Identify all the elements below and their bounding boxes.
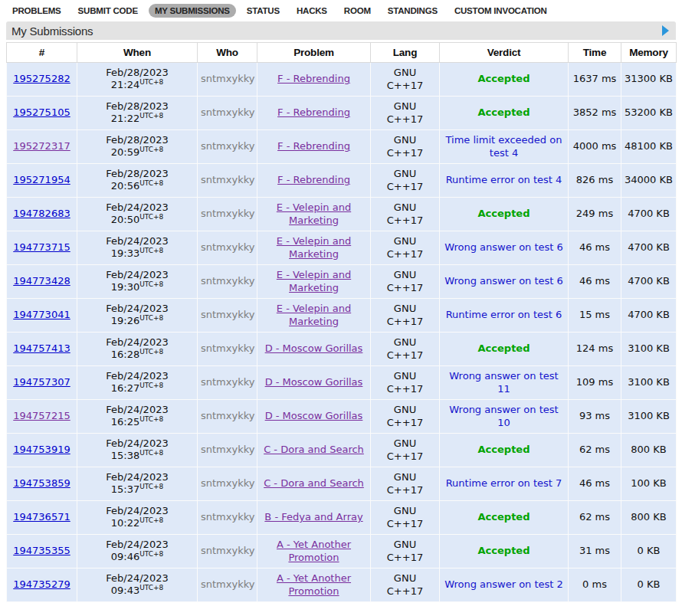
nav-item-problems[interactable]: PROBLEMS: [6, 4, 67, 18]
timezone-label: UTC+8: [139, 415, 163, 423]
problem-link[interactable]: D - Moscow Gorillas: [265, 342, 363, 354]
submission-memory-cell: 48100 KB: [621, 130, 677, 164]
submission-id-link[interactable]: 194757215: [13, 410, 70, 421]
column-header-lang: Lang: [371, 43, 440, 63]
language-label: GNU C++17: [387, 235, 423, 260]
submission-lang-cell: GNU C++17: [371, 568, 440, 602]
problem-link[interactable]: F - Rebrending: [277, 73, 350, 84]
submission-when-cell: Feb/24/2023 16:27UTC+8: [77, 366, 198, 400]
memory-used: 4700 KB: [628, 309, 670, 320]
timezone-label: UTC+8: [139, 146, 163, 153]
submission-time-cell: 15 ms: [569, 299, 621, 333]
language-label: GNU C++17: [387, 100, 423, 125]
username: sntmxykky: [201, 578, 254, 590]
problem-link[interactable]: C - Dora and Search: [264, 444, 364, 455]
verdict-rejected: Wrong answer on test 6: [444, 275, 563, 287]
submission-memory-cell: 800 KB: [621, 501, 677, 535]
problem-link[interactable]: F - Rebrending: [277, 106, 350, 118]
problem-link[interactable]: F - Rebrending: [277, 140, 350, 152]
submission-id-link[interactable]: 195272317: [13, 140, 70, 152]
problem-link[interactable]: D - Moscow Gorillas: [265, 376, 363, 388]
submission-id-link[interactable]: 195275282: [13, 73, 70, 84]
timezone-label: UTC+8: [139, 449, 163, 457]
submission-lang-cell: GNU C++17: [371, 164, 440, 198]
problem-link[interactable]: A - Yet Another Promotion: [277, 572, 351, 597]
collapse-panel-arrow-icon[interactable]: [662, 25, 669, 36]
submission-id-link[interactable]: 194773715: [13, 241, 70, 253]
submission-id-link[interactable]: 194757307: [13, 376, 70, 388]
submission-memory-cell: 34000 KB: [621, 164, 677, 198]
nav-item-hacks[interactable]: HACKS: [290, 4, 333, 18]
submission-when-cell: Feb/28/2023 21:24UTC+8: [77, 63, 198, 97]
problem-link[interactable]: E - Velepin and Marketing: [277, 202, 351, 226]
submission-memory-cell: 100 KB: [621, 467, 677, 501]
submission-id-link[interactable]: 194782683: [13, 208, 70, 219]
submission-memory-cell: 3100 KB: [621, 400, 677, 434]
submission-id-cell: 195272317: [7, 130, 77, 164]
verdict-accepted: Accepted: [478, 106, 530, 118]
submission-who-cell: sntmxykky: [198, 535, 257, 568]
verdict-rejected: Wrong answer on test 6: [444, 241, 563, 253]
problem-link[interactable]: E - Velepin and Marketing: [277, 235, 351, 260]
verdict-rejected: Wrong answer on test 10: [449, 404, 558, 428]
submission-who-cell: sntmxykky: [198, 97, 257, 130]
submission-verdict-cell: Time limit exceeded on test 4: [440, 130, 569, 164]
language-label: GNU C++17: [387, 269, 423, 293]
problem-link[interactable]: F - Rebrending: [277, 174, 350, 185]
submission-row: 194757413Feb/24/2023 16:28UTC+8sntmxykky…: [7, 333, 677, 366]
submission-verdict-cell: Accepted: [440, 434, 569, 467]
submission-row: 194782683Feb/24/2023 20:50UTC+8sntmxykky…: [7, 198, 677, 231]
nav-item-submit-code[interactable]: SUBMIT CODE: [72, 4, 144, 18]
memory-used: 4700 KB: [628, 208, 670, 219]
username: sntmxykky: [201, 106, 254, 118]
timezone-label: UTC+8: [139, 483, 163, 490]
submission-id-link[interactable]: 194753919: [13, 444, 70, 455]
submission-id-link[interactable]: 195271954: [13, 174, 70, 185]
nav-item-my-submissions[interactable]: MY SUBMISSIONS: [149, 4, 236, 18]
submission-lang-cell: GNU C++17: [371, 97, 440, 130]
nav-item-status[interactable]: STATUS: [241, 4, 286, 18]
submission-lang-cell: GNU C++17: [371, 467, 440, 501]
timezone-label: UTC+8: [139, 348, 163, 356]
submission-problem-cell: D - Moscow Gorillas: [257, 366, 371, 400]
username: sntmxykky: [201, 208, 254, 219]
username: sntmxykky: [201, 410, 254, 421]
submission-time-cell: 62 ms: [569, 501, 621, 535]
problem-link[interactable]: E - Velepin and Marketing: [277, 269, 351, 293]
memory-used: 800 KB: [631, 511, 666, 523]
problem-link[interactable]: C - Dora and Search: [264, 477, 364, 489]
submission-row: 195275105Feb/28/2023 21:22UTC+8sntmxykky…: [7, 97, 677, 130]
submission-memory-cell: 800 KB: [621, 434, 677, 467]
username: sntmxykky: [201, 140, 254, 152]
verdict-accepted: Accepted: [478, 444, 530, 455]
problem-link[interactable]: D - Moscow Gorillas: [265, 410, 363, 421]
submission-id-link[interactable]: 194757413: [13, 342, 70, 354]
submission-id-link[interactable]: 194736571: [13, 511, 70, 523]
nav-item-standings[interactable]: STANDINGS: [382, 4, 444, 18]
username: sntmxykky: [201, 342, 254, 354]
submission-problem-cell: C - Dora and Search: [257, 467, 371, 501]
submission-verdict-cell: Wrong answer on test 11: [440, 366, 569, 400]
submission-id-link[interactable]: 194773041: [13, 309, 70, 320]
submission-who-cell: sntmxykky: [198, 130, 257, 164]
submission-id-cell: 194773428: [7, 265, 77, 299]
verdict-rejected: Runtime error on test 7: [446, 477, 562, 489]
submission-who-cell: sntmxykky: [198, 63, 257, 97]
problem-link[interactable]: E - Velepin and Marketing: [277, 303, 351, 327]
language-label: GNU C++17: [387, 370, 423, 395]
language-label: GNU C++17: [387, 437, 423, 462]
submission-id-link[interactable]: 194773428: [13, 275, 70, 287]
problem-link[interactable]: B - Fedya and Array: [264, 511, 362, 523]
submission-id-link[interactable]: 194735279: [13, 578, 70, 590]
nav-item-custom-invocation[interactable]: CUSTOM INVOCATION: [448, 4, 553, 18]
problem-link[interactable]: A - Yet Another Promotion: [277, 539, 351, 563]
username: sntmxykky: [201, 174, 254, 185]
submission-id-link[interactable]: 195275105: [13, 106, 70, 118]
nav-item-room[interactable]: ROOM: [338, 4, 377, 18]
verdict-accepted: Accepted: [478, 208, 530, 219]
submission-id-cell: 194753919: [7, 434, 77, 467]
submission-id-link[interactable]: 194735355: [13, 545, 70, 556]
username: sntmxykky: [201, 444, 254, 455]
submission-id-link[interactable]: 194753859: [13, 477, 70, 489]
submission-when-cell: Feb/24/2023 19:33UTC+8: [77, 231, 198, 265]
